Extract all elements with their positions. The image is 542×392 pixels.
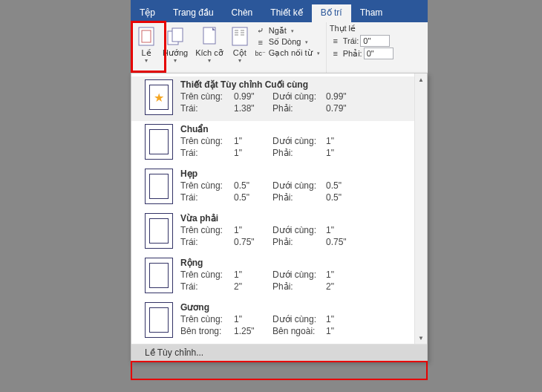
orientation-icon (166, 26, 184, 47)
margin-option-title: Vừa phải (180, 213, 417, 223)
margin-values: Trên cùng:1"Dưới cùng:1"Trái:2"Phải:2" (180, 269, 417, 293)
ribbon: Lề ▾ Hướng ▾ Kích cỡ ▾ (131, 22, 428, 74)
indent-title: Thụt lề (330, 24, 394, 33)
indent-left-row: ≡ Trái: 0" (330, 35, 394, 47)
margin-preview-icon (145, 213, 173, 249)
line-numbers-button[interactable]: ≡Số Dòng▾ (254, 36, 321, 48)
columns-icon (231, 26, 249, 47)
margin-values: Trên cùng:0.5"Dưới cùng:0.5"Trái:0.5"Phả… (180, 180, 417, 203)
margin-option[interactable]: ★Thiết đặt Tùy chỉnh Cuối cùngTrên cùng:… (131, 76, 427, 121)
margin-info: RộngTrên cùng:1"Dưới cùng:1"Trái:2"Phải:… (180, 258, 417, 293)
tab-layout[interactable]: Bố trí (312, 4, 351, 22)
scrollbar[interactable]: ▲ ▼ (414, 74, 427, 344)
margins-list: ▲ ▼ ★Thiết đặt Tùy chỉnh Cuối cùngTrên c… (131, 74, 427, 344)
scroll-down-icon[interactable]: ▼ (416, 332, 427, 344)
margins-icon (137, 26, 155, 47)
line-numbers-icon: ≡ (255, 38, 266, 47)
indent-left-icon: ≡ (330, 36, 342, 45)
margins-dropdown: ▲ ▼ ★Thiết đặt Tùy chỉnh Cuối cùngTrên c… (131, 73, 428, 362)
orientation-label: Hướng (163, 48, 188, 57)
orientation-button[interactable]: Hướng ▾ (159, 24, 192, 65)
margin-values: Trên cùng:1"Dưới cùng:1"Bên trong:1.25"B… (180, 313, 417, 337)
margin-option-title: Hẹp (180, 169, 417, 179)
caret-icon: ▾ (145, 57, 148, 64)
margins-button[interactable]: Lề ▾ (134, 24, 159, 65)
margin-option-title: Thiết đặt Tùy chỉnh Cuối cùng (180, 79, 417, 90)
indent-right-label: Phải: (343, 49, 362, 59)
breaks-button[interactable]: ⤶Ngắt▾ (254, 25, 321, 36)
ribbon-tabs: Tệp Trang đầu Chèn Thiết kế Bố trí Tham (131, 4, 428, 22)
margin-preview-icon (145, 169, 173, 204)
page-setup-group: Lề ▾ Hướng ▾ Kích cỡ ▾ (131, 22, 327, 74)
page-setup-small: ⤶Ngắt▾ ≡Số Dòng▾ bc⁻Gạch nối từ▾ (252, 24, 323, 59)
size-icon (200, 26, 218, 47)
margin-values: Trên cùng:1"Dưới cùng:1"Trái:1"Phải:1" (180, 135, 417, 159)
margin-preview-icon: ★ (145, 79, 173, 115)
caret-icon: ▾ (291, 28, 294, 34)
columns-label: Cột (233, 48, 246, 57)
margin-info: ChuẩnTrên cùng:1"Dưới cùng:1"Trái:1"Phải… (180, 124, 417, 160)
margin-option-title: Chuẩn (180, 124, 417, 134)
margin-option[interactable]: ChuẩnTrên cùng:1"Dưới cùng:1"Trái:1"Phải… (131, 121, 427, 166)
margin-option[interactable]: RộngTrên cùng:1"Dưới cùng:1"Trái:2"Phải:… (131, 255, 427, 299)
margin-preview-icon (145, 258, 173, 293)
indent-right-row: ≡ Phải: 0" (330, 48, 394, 59)
margin-option-title: Gương (180, 302, 417, 313)
word-window: Tệp Trang đầu Chèn Thiết kế Bố trí Tham … (131, 0, 428, 74)
indent-right-input[interactable]: 0" (364, 48, 394, 59)
margin-option-title: Rộng (180, 258, 417, 268)
custom-margins-button[interactable]: Lề Tùy chỉnh... (131, 344, 427, 361)
tab-insert[interactable]: Chèn (223, 4, 262, 22)
indent-group: Thụt lề ≡ Trái: 0" ≡ Phải: 0" (327, 22, 396, 74)
highlight-custom-margins (131, 361, 428, 380)
margin-values: Trên cùng:1"Dưới cùng:1"Trái:0.75"Phải:0… (180, 224, 417, 248)
margin-option[interactable]: GươngTrên cùng:1"Dưới cùng:1"Bên trong:1… (131, 299, 427, 344)
indent-left-input[interactable]: 0" (360, 35, 390, 47)
margin-preview-icon (145, 302, 173, 338)
tab-file[interactable]: Tệp (131, 4, 164, 22)
tab-references[interactable]: Tham (351, 4, 392, 22)
margin-info: Thiết đặt Tùy chỉnh Cuối cùngTrên cùng:0… (180, 79, 417, 115)
margin-option[interactable]: HẹpTrên cùng:0.5"Dưới cùng:0.5"Trái:0.5"… (131, 166, 427, 210)
breaks-icon: ⤶ (255, 26, 266, 36)
margin-info: Vừa phảiTrên cùng:1"Dưới cùng:1"Trái:0.7… (180, 213, 417, 249)
columns-button[interactable]: Cột ▾ (227, 24, 252, 65)
margin-preview-icon (145, 124, 173, 160)
caret-icon: ▾ (208, 57, 211, 64)
caret-icon: ▾ (305, 39, 308, 45)
scroll-up-icon[interactable]: ▲ (416, 74, 427, 85)
tab-design[interactable]: Thiết kế (261, 4, 311, 22)
tab-home[interactable]: Trang đầu (164, 4, 223, 22)
margin-values: Trên cùng:0.99"Dưới cùng:0.99"Trái:1.38"… (180, 91, 417, 114)
star-icon: ★ (154, 91, 164, 105)
caret-icon: ▾ (317, 50, 320, 56)
margin-info: HẹpTrên cùng:0.5"Dưới cùng:0.5"Trái:0.5"… (180, 169, 417, 204)
svg-rect-3 (172, 28, 183, 42)
size-label: Kích cỡ (195, 48, 223, 57)
hyphenation-icon: bc⁻ (255, 50, 266, 57)
margin-option[interactable]: Vừa phảiTrên cùng:1"Dưới cùng:1"Trái:0.7… (131, 210, 427, 255)
indent-left-label: Trái: (343, 36, 359, 45)
size-button[interactable]: Kích cỡ ▾ (192, 24, 227, 65)
indent-right-icon: ≡ (330, 49, 342, 58)
caret-icon: ▾ (238, 57, 241, 64)
margins-label: Lề (141, 48, 151, 57)
margin-info: GươngTrên cùng:1"Dưới cùng:1"Bên trong:1… (180, 302, 417, 338)
caret-icon: ▾ (174, 57, 177, 64)
hyphenation-button[interactable]: bc⁻Gạch nối từ▾ (254, 48, 321, 59)
